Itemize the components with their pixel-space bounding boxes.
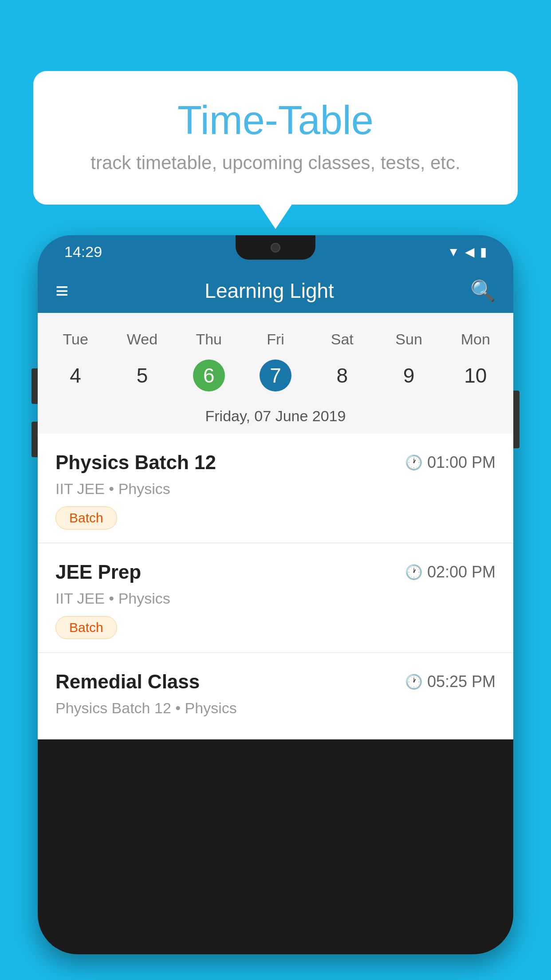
class-meta-1: IIT JEE • Physics <box>55 480 496 498</box>
day-wed: Wed <box>109 326 175 352</box>
class-meta-2: IIT JEE • Physics <box>55 590 496 607</box>
speech-bubble: Time-Table track timetable, upcoming cla… <box>33 71 518 205</box>
day-sun: Sun <box>375 326 442 352</box>
phone-notch <box>236 235 315 260</box>
day-tue: Tue <box>42 326 109 352</box>
class-name-2: JEE Prep <box>55 561 141 583</box>
phone-device: 14:29 ▼ ◀ ▮ ≡ Learning Light 🔍 Tue <box>38 235 513 980</box>
menu-icon[interactable]: ≡ <box>55 278 68 304</box>
volume-up-button <box>31 368 38 404</box>
batch-badge-2: Batch <box>55 616 117 639</box>
selected-date-label: Friday, 07 June 2019 <box>38 403 513 434</box>
class-time-3: 🕐 05:25 PM <box>405 672 496 691</box>
class-time-1: 🕐 01:00 PM <box>405 453 496 472</box>
class-item-top-2: JEE Prep 🕐 02:00 PM <box>55 561 496 583</box>
status-bar: 14:29 ▼ ◀ ▮ <box>38 235 513 269</box>
date-8[interactable]: 8 <box>309 357 375 394</box>
day-thu: Thu <box>176 326 242 352</box>
phone-frame: 14:29 ▼ ◀ ▮ ≡ Learning Light 🔍 Tue <box>38 235 513 954</box>
class-item-top-3: Remedial Class 🕐 05:25 PM <box>55 671 496 693</box>
status-icons: ▼ ◀ ▮ <box>447 245 487 259</box>
phone-screen: ≡ Learning Light 🔍 Tue Wed Thu Fri Sat S… <box>38 269 513 954</box>
power-button <box>513 391 520 448</box>
app-title: Time-Table <box>69 98 482 143</box>
search-icon[interactable]: 🔍 <box>470 279 496 303</box>
batch-badge-1: Batch <box>55 506 117 530</box>
date-5[interactable]: 5 <box>109 357 175 394</box>
class-name-3: Remedial Class <box>55 671 200 693</box>
clock-icon-1: 🕐 <box>405 454 423 471</box>
battery-icon: ▮ <box>480 245 487 259</box>
volume-down-button <box>31 422 38 457</box>
date-9[interactable]: 9 <box>375 357 442 394</box>
class-item-physics-batch[interactable]: Physics Batch 12 🕐 01:00 PM IIT JEE • Ph… <box>38 434 513 543</box>
day-sat: Sat <box>309 326 375 352</box>
wifi-icon: ▼ <box>447 245 460 259</box>
signal-icon: ◀ <box>465 245 475 259</box>
class-name-1: Physics Batch 12 <box>55 451 216 474</box>
date-10[interactable]: 10 <box>442 357 509 394</box>
date-7-selected[interactable]: 7 <box>260 360 291 391</box>
class-time-2: 🕐 02:00 PM <box>405 563 496 581</box>
app-subtitle: track timetable, upcoming classes, tests… <box>69 152 482 174</box>
camera <box>271 243 280 253</box>
class-item-jee-prep[interactable]: JEE Prep 🕐 02:00 PM IIT JEE • Physics Ba… <box>38 543 513 653</box>
app-bar-title: Learning Light <box>205 279 334 303</box>
day-mon: Mon <box>442 326 509 352</box>
app-bar: ≡ Learning Light 🔍 <box>38 269 513 313</box>
day-fri: Fri <box>242 326 309 352</box>
class-meta-3: Physics Batch 12 • Physics <box>55 699 496 717</box>
class-item-remedial[interactable]: Remedial Class 🕐 05:25 PM Physics Batch … <box>38 653 513 739</box>
day-numbers: 4 5 6 7 8 9 10 <box>38 352 513 403</box>
clock-icon-2: 🕐 <box>405 564 423 581</box>
classes-list: Physics Batch 12 🕐 01:00 PM IIT JEE • Ph… <box>38 434 513 739</box>
day-headers: Tue Wed Thu Fri Sat Sun Mon <box>38 326 513 352</box>
calendar: Tue Wed Thu Fri Sat Sun Mon 4 5 6 7 8 9 … <box>38 313 513 434</box>
status-time: 14:29 <box>64 243 102 261</box>
class-item-top-1: Physics Batch 12 🕐 01:00 PM <box>55 451 496 474</box>
clock-icon-3: 🕐 <box>405 673 423 690</box>
date-6-today[interactable]: 6 <box>193 360 225 391</box>
date-4[interactable]: 4 <box>42 357 109 394</box>
